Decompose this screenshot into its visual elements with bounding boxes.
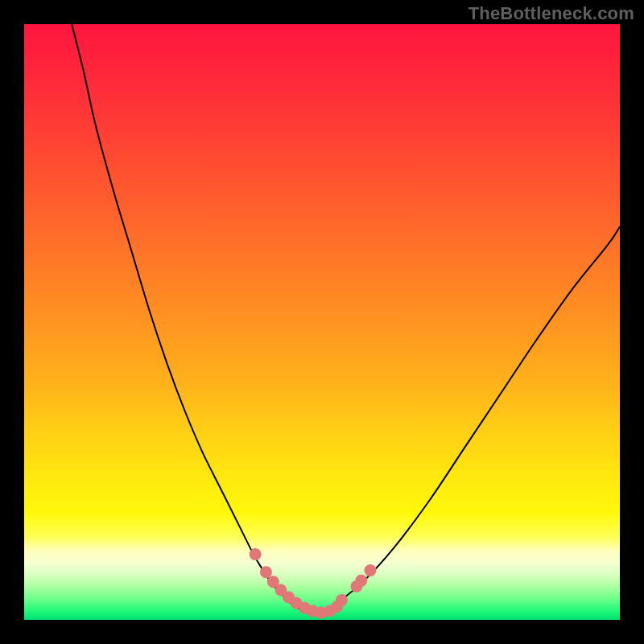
marker-dot [364, 564, 376, 576]
highlight-markers [24, 24, 620, 620]
marker-dot [336, 594, 348, 606]
marker-dot [260, 566, 272, 578]
marker-dot [250, 548, 262, 560]
watermark-text: TheBottleneck.com [469, 3, 634, 24]
chart-frame: TheBottleneck.com [0, 0, 644, 644]
plot-area [24, 24, 620, 620]
marker-dot [355, 575, 367, 587]
